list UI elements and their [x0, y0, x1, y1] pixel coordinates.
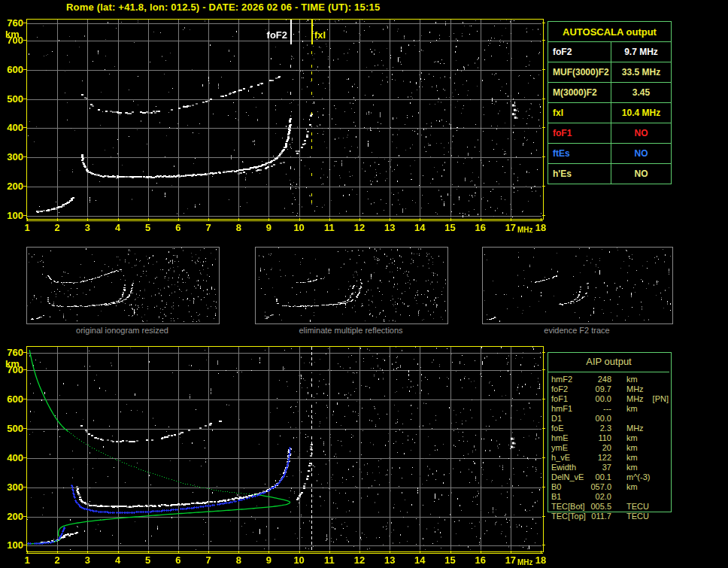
aip-value: ---	[589, 404, 611, 414]
x-tick-label: 8	[229, 223, 248, 233]
aip-row: foF100.0MHz[PN]	[551, 394, 679, 404]
x-tick-label: 16	[471, 223, 490, 233]
x-axis-tick	[178, 218, 179, 220]
autoscala-param: foF1	[548, 123, 611, 143]
x-tick-label: 1	[17, 223, 37, 233]
x-axis-tick	[118, 218, 119, 220]
autoscala-output-table: AUTOSCALA output foF29.7 MHzMUF(3000)F23…	[548, 21, 672, 184]
y-axis-tick	[23, 428, 26, 429]
thumbnail-multiples-removed	[255, 247, 448, 324]
y-axis-tick	[542, 99, 545, 99]
x-axis-tick	[359, 218, 360, 220]
aip-param: D1	[551, 414, 589, 424]
y-axis-tick	[542, 428, 545, 429]
aip-unit: MHz	[626, 424, 644, 433]
x-axis-unit-label: MHz	[517, 558, 533, 566]
aip-value: 00.1	[589, 472, 611, 482]
x-axis-tick	[87, 551, 88, 553]
x-axis-tick	[450, 218, 451, 220]
y-axis-tick	[23, 516, 26, 517]
y-axis-tick	[23, 352, 26, 353]
thumbnail-f2-evidence	[482, 247, 673, 324]
x-tick-label: 12	[350, 555, 369, 566]
aip-row: hmE110km	[551, 433, 679, 443]
x-axis-tick	[450, 551, 451, 553]
autoscala-row: MUF(3000)F233.5 MHz	[548, 62, 671, 83]
aip-row: D100.0	[551, 414, 679, 424]
x-axis-tick	[148, 218, 149, 220]
fof2-marker-label: foF2	[262, 30, 287, 41]
aip-value: 00.0	[589, 414, 611, 424]
thumbnail-caption-original: original ionogram resized	[26, 326, 218, 336]
aip-param: foF1	[551, 394, 589, 404]
x-axis-tick	[299, 218, 300, 220]
autoscala-row: fxI10.4 MHz	[548, 103, 671, 123]
y-axis-tick	[542, 69, 545, 70]
autoscala-value: 10.4 MHz	[611, 103, 671, 123]
autoscala-row: M(3000)F23.45	[548, 83, 671, 103]
x-tick-label: 11	[320, 555, 339, 566]
y-tick-label: 400	[1, 123, 23, 133]
aip-table-title: AIP output	[548, 356, 670, 367]
aip-row: B0057.0km	[551, 482, 679, 492]
x-tick-label: 4	[108, 223, 128, 233]
autoscala-row: h'EsNO	[548, 164, 671, 184]
autoscala-param: MUF(3000)F2	[548, 62, 611, 82]
y-axis-tick	[542, 516, 545, 517]
x-tick-label: 9	[259, 555, 278, 566]
y-axis-tick	[542, 457, 545, 458]
aip-row: B102.0	[551, 492, 679, 502]
x-tick-label: 3	[77, 555, 97, 566]
x-axis-tick	[420, 551, 420, 553]
aip-unit: TECU	[626, 502, 649, 512]
x-tick-label: 12	[350, 223, 369, 233]
y-axis-tick	[23, 23, 26, 23]
aip-param: B0	[551, 482, 589, 492]
x-tick-label: 16	[471, 555, 490, 566]
y-tick-label: 200	[1, 181, 23, 192]
autoscala-value: NO	[611, 144, 671, 163]
y-axis-tick	[542, 487, 545, 488]
aip-row: foE2.3MHz	[551, 424, 679, 433]
y-tick-label: 100	[1, 540, 23, 551]
aip-param: hmE	[551, 433, 589, 443]
aip-value: 09.7	[589, 384, 611, 394]
aip-table-rows: hmF2248kmfoF209.7MHzfoF100.0MHz[PN]hmF1-…	[551, 375, 679, 521]
x-axis-tick	[359, 551, 360, 553]
y-tick-label: 700	[1, 365, 23, 375]
ionogram-plot-bottom	[26, 346, 544, 552]
y-tick-label: 500	[1, 94, 23, 105]
ionogram-canvas-bottom	[27, 347, 541, 550]
aip-value: 02.0	[589, 492, 611, 502]
aip-param: hmF2	[551, 375, 589, 384]
x-axis-tick	[511, 218, 511, 220]
x-tick-label: 7	[199, 223, 218, 233]
x-axis-tick	[178, 551, 179, 553]
thumbnail-caption-multiples-removed: eliminate multiple reflections	[255, 326, 447, 336]
aip-param: B1	[551, 492, 589, 502]
aip-row: TEC[Bot]005.5TECU	[551, 502, 679, 512]
x-tick-label: 14	[410, 555, 429, 566]
x-axis-tick	[420, 218, 420, 220]
x-axis-tick	[57, 551, 58, 553]
y-tick-label: 100	[1, 211, 23, 221]
aip-unit: km	[626, 375, 638, 384]
y-axis-tick	[542, 40, 545, 41]
y-tick-label: 300	[1, 152, 23, 163]
x-tick-label: 2	[47, 223, 67, 233]
aip-unit: km	[626, 482, 638, 492]
aip-value: 011.7	[589, 512, 611, 521]
aip-value: 37	[589, 463, 611, 472]
y-axis-tick	[23, 399, 26, 399]
autoscala-row: foF29.7 MHz	[548, 42, 671, 62]
x-tick-label: 7	[199, 555, 218, 566]
y-axis-tick	[542, 399, 545, 399]
x-axis-tick	[511, 551, 511, 553]
aip-value: 005.5	[589, 502, 611, 512]
fxi-marker-label: fxI	[314, 30, 326, 41]
aip-param: foE	[551, 424, 589, 433]
x-tick-label: 15	[441, 555, 460, 566]
x-axis-tick	[238, 551, 239, 553]
y-tick-label: 760	[1, 348, 23, 358]
x-axis-tick	[541, 551, 541, 553]
